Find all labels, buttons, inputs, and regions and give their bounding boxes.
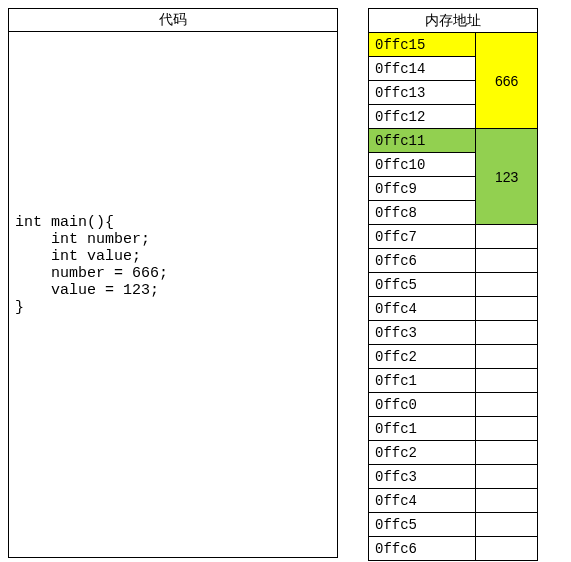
memory-empty-cell	[476, 345, 538, 369]
memory-address-cell: 0ffc15	[369, 33, 476, 57]
code-lines: int main(){ int number; int value; numbe…	[15, 214, 168, 316]
memory-address-cell: 0ffc2	[369, 441, 476, 465]
code-body: int main(){ int number; int value; numbe…	[9, 32, 337, 557]
memory-address-cell: 0ffc4	[369, 297, 476, 321]
memory-address-cell: 0ffc6	[369, 537, 476, 561]
memory-empty-cell	[476, 321, 538, 345]
memory-empty-cell	[476, 249, 538, 273]
memory-empty-cell	[476, 489, 538, 513]
memory-table: 内存地址 0ffc156660ffc140ffc130ffc120ffc1112…	[368, 8, 538, 561]
memory-empty-cell	[476, 369, 538, 393]
memory-address-cell: 0ffc9	[369, 177, 476, 201]
memory-address-cell: 0ffc6	[369, 249, 476, 273]
memory-address-cell: 0ffc3	[369, 465, 476, 489]
memory-address-cell: 0ffc0	[369, 393, 476, 417]
memory-address-cell: 0ffc10	[369, 153, 476, 177]
memory-empty-cell	[476, 465, 538, 489]
code-column: 代码 int main(){ int number; int value; nu…	[8, 8, 338, 561]
memory-empty-cell	[476, 393, 538, 417]
memory-address-cell: 0ffc3	[369, 321, 476, 345]
memory-value-cell: 123	[476, 129, 538, 225]
memory-value-cell: 666	[476, 33, 538, 129]
memory-address-cell: 0ffc5	[369, 273, 476, 297]
memory-address-cell: 0ffc14	[369, 57, 476, 81]
memory-empty-cell	[476, 297, 538, 321]
memory-empty-cell	[476, 537, 538, 561]
memory-empty-cell	[476, 417, 538, 441]
memory-address-cell: 0ffc5	[369, 513, 476, 537]
diagram-layout: 代码 int main(){ int number; int value; nu…	[8, 8, 563, 561]
memory-empty-cell	[476, 225, 538, 249]
memory-address-cell: 0ffc1	[369, 369, 476, 393]
memory-address-cell: 0ffc1	[369, 417, 476, 441]
memory-body: 0ffc156660ffc140ffc130ffc120ffc111230ffc…	[369, 33, 538, 561]
memory-column: 内存地址 0ffc156660ffc140ffc130ffc120ffc1112…	[368, 8, 538, 561]
memory-empty-cell	[476, 441, 538, 465]
memory-header: 内存地址	[369, 9, 538, 33]
memory-address-cell: 0ffc11	[369, 129, 476, 153]
memory-empty-cell	[476, 513, 538, 537]
code-header: 代码	[9, 9, 337, 32]
memory-address-cell: 0ffc7	[369, 225, 476, 249]
code-box: 代码 int main(){ int number; int value; nu…	[8, 8, 338, 558]
memory-address-cell: 0ffc13	[369, 81, 476, 105]
memory-address-cell: 0ffc2	[369, 345, 476, 369]
memory-address-cell: 0ffc4	[369, 489, 476, 513]
memory-address-cell: 0ffc8	[369, 201, 476, 225]
memory-address-cell: 0ffc12	[369, 105, 476, 129]
memory-empty-cell	[476, 273, 538, 297]
